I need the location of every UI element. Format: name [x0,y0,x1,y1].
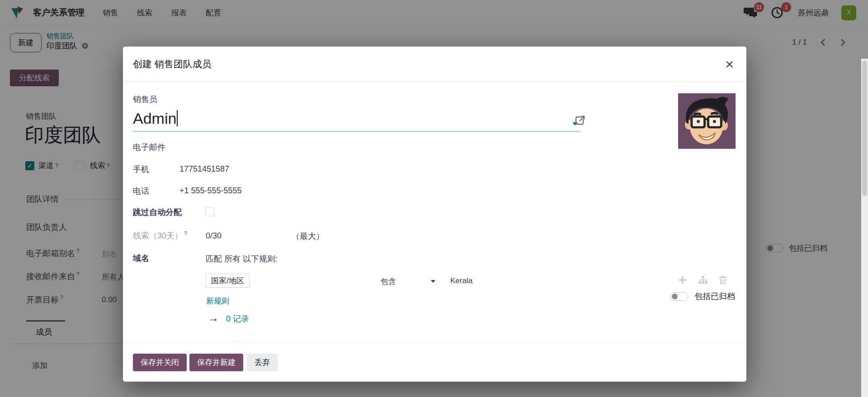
external-link-icon[interactable] [574,115,586,126]
create-team-member-dialog: 创建 销售团队成员 × 销售员 Admin 电 [123,47,746,382]
leads-30-max: （最大） [292,231,324,242]
dialog-footer: 保存并关闭 保存并新建 丢弃 [123,342,746,382]
save-close-button[interactable]: 保存并关闭 [133,354,187,371]
dialog-title: 创建 销售团队成员 [133,58,212,70]
include-archived-label: 包括已归档 [694,291,735,302]
rule-operator-select[interactable]: 包含 [381,276,396,287]
modal-include-archived: 包括已归档 [670,291,735,302]
leads-30-value[interactable]: 0/30 [206,231,222,241]
skip-auto-assign-label: 跳过自动分配 [133,207,182,218]
help-icon: ? [184,230,187,237]
add-branch-icon[interactable] [698,276,708,285]
scrollbar-thumb[interactable] [862,61,867,196]
salesperson-value: Admin [133,110,176,127]
include-archived-toggle[interactable] [670,292,688,301]
records-count-link[interactable]: 0 记录 [226,313,249,324]
scrollbar[interactable] [861,59,868,397]
rule-field-input[interactable]: 国家/地区 [206,274,250,288]
domain-label: 域名 [133,253,149,264]
text-cursor [177,110,178,126]
records-arrow-icon: → [208,312,219,324]
leads-30-label: 线索（30天）? [133,230,187,241]
discard-button[interactable]: 丢弃 [247,354,278,371]
skip-auto-assign-checkbox[interactable] [205,207,214,216]
delete-rule-icon[interactable] [719,276,727,285]
dialog-header: 创建 销售团队成员 × [123,47,746,82]
salesperson-avatar [678,93,736,149]
rule-value-input[interactable]: Kerala [450,276,472,285]
salesperson-input[interactable]: Admin [133,101,580,132]
add-rule-icon[interactable] [678,276,687,285]
rule-row-actions [678,276,727,285]
mobile-label: 手机 [133,164,149,175]
phone-value[interactable]: +1 555-555-5555 [179,186,242,196]
email-label: 电子邮件 [133,142,165,153]
domain-match-text: 匹配 所有 以下规则: [206,253,278,264]
new-rule-link[interactable]: 新规则 [206,296,229,306]
close-icon[interactable]: × [725,57,734,71]
save-new-button[interactable]: 保存并新建 [189,354,243,371]
operator-caret-icon[interactable] [431,280,435,283]
mobile-value[interactable]: 17751451587 [179,164,229,174]
phone-label: 电话 [133,186,149,196]
dialog-body: 销售员 Admin 电子邮件 手机 17751451587 [123,82,746,342]
